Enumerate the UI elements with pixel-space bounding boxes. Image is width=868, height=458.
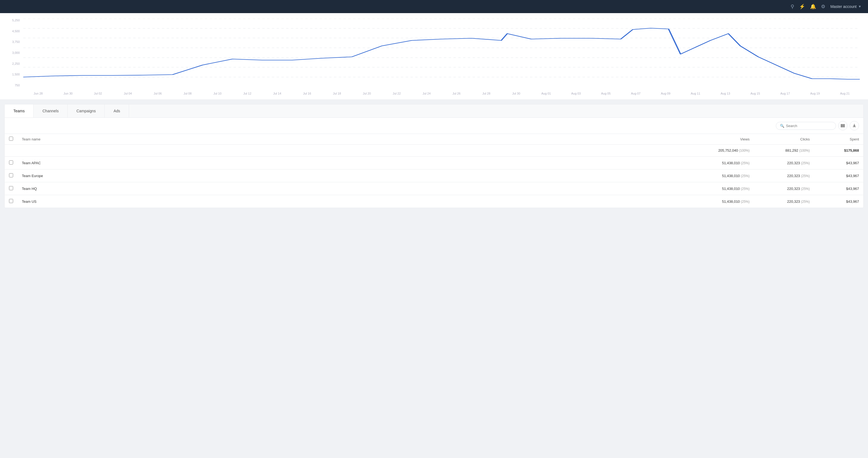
toolbar: 🔍 [5, 118, 863, 134]
y-label-5: 4,500 [8, 30, 22, 33]
x-label-19: Aug 05 [591, 92, 621, 95]
header-team-name: Team name [18, 134, 694, 144]
totals-views: 205,752,040 (100%) [694, 144, 754, 157]
totals-row: 205,752,040 (100%) 881,292 (100%) $175,8… [5, 144, 863, 157]
x-label-1: Jun 30 [53, 92, 83, 95]
x-label-21: Aug 09 [651, 92, 680, 95]
views-cell: 51,438,010 (25%) [694, 157, 754, 169]
table-header-row: Team name Views Clicks Spent [5, 134, 863, 144]
row-checkbox[interactable] [9, 173, 13, 177]
spent-cell: $43,967 [814, 195, 863, 208]
tab-channels[interactable]: Channels [34, 104, 67, 118]
table-row: Team APAC 51,438,010 (25%) 220,323 (25%)… [5, 157, 863, 169]
chart-plot [23, 19, 860, 87]
chevron-down-icon: ▼ [858, 5, 862, 8]
row-checkbox-cell [5, 195, 18, 208]
y-label-2: 2,250 [8, 62, 22, 65]
x-label-22: Aug 11 [681, 92, 711, 95]
x-label-23: Aug 13 [711, 92, 740, 95]
tab-ads[interactable]: Ads [105, 104, 129, 118]
x-label-6: Jul 10 [203, 92, 232, 95]
select-all-checkbox[interactable] [9, 137, 13, 141]
totals-spent: $175,868 [814, 144, 863, 157]
data-table: Team name Views Clicks Spent 205,752,04 [5, 134, 863, 208]
x-label-3: Jul 04 [113, 92, 143, 95]
search-box[interactable]: 🔍 [776, 122, 836, 130]
x-label-12: Jul 22 [382, 92, 411, 95]
gear-icon[interactable]: ⚙ [821, 4, 825, 9]
download-icon [852, 124, 857, 128]
clicks-cell: 220,323 (25%) [754, 169, 814, 182]
table-row: Team HQ 51,438,010 (25%) 220,323 (25%) $… [5, 182, 863, 195]
team-name-cell: Team APAC [18, 157, 694, 169]
download-button[interactable] [850, 121, 859, 130]
row-checkbox[interactable] [9, 199, 13, 203]
account-menu[interactable]: Master account ▼ [830, 4, 862, 9]
x-label-8: Jul 14 [262, 92, 292, 95]
row-checkbox[interactable] [9, 160, 13, 164]
y-label-1: 1,500 [8, 73, 22, 76]
svg-rect-9 [844, 124, 844, 127]
clicks-cell: 220,323 (25%) [754, 182, 814, 195]
views-cell: 51,438,010 (25%) [694, 182, 754, 195]
top-navigation: ⚲ ⚡ 🔔 ⚙ Master account ▼ [0, 0, 868, 13]
table-row: Team US 51,438,010 (25%) 220,323 (25%) $… [5, 195, 863, 208]
svg-rect-8 [842, 124, 843, 127]
x-label-25: Aug 17 [770, 92, 800, 95]
search-icon: 🔍 [780, 124, 784, 128]
tab-campaigns[interactable]: Campaigns [67, 104, 105, 118]
tab-teams[interactable]: Teams [5, 104, 34, 118]
svg-rect-7 [841, 124, 842, 127]
bell-icon[interactable]: 🔔 [810, 4, 816, 9]
chart-svg [23, 19, 860, 87]
header-views: Views [694, 134, 754, 144]
team-name-cell: Team HQ [18, 182, 694, 195]
tab-bar: Teams Channels Campaigns Ads [5, 104, 863, 118]
header-checkbox-cell [5, 134, 18, 144]
x-label-14: Jul 26 [442, 92, 471, 95]
x-label-15: Jul 28 [471, 92, 501, 95]
spent-cell: $43,967 [814, 169, 863, 182]
views-cell: 51,438,010 (25%) [694, 195, 754, 208]
x-label-20: Aug 07 [621, 92, 651, 95]
x-label-13: Jul 24 [411, 92, 441, 95]
x-label-17: Aug 01 [531, 92, 561, 95]
table-card: Teams Channels Campaigns Ads 🔍 [4, 104, 864, 208]
clicks-cell: 220,323 (25%) [754, 195, 814, 208]
table-row: Team Europe 51,438,010 (25%) 220,323 (25… [5, 169, 863, 182]
x-label-11: Jul 20 [352, 92, 382, 95]
chart-card: 750 1,500 2,250 3,000 3,750 4,500 5,250 [0, 13, 868, 100]
team-name-cell: Team US [18, 195, 694, 208]
bolt-icon[interactable]: ⚡ [799, 4, 805, 9]
chart-y-labels: 750 1,500 2,250 3,000 3,750 4,500 5,250 [8, 19, 22, 87]
x-label-2: Jul 02 [83, 92, 113, 95]
row-checkbox[interactable] [9, 186, 13, 190]
row-checkbox-cell [5, 182, 18, 195]
header-spent: Spent [814, 134, 863, 144]
x-label-16: Jul 30 [501, 92, 531, 95]
x-label-5: Jul 08 [173, 92, 203, 95]
y-label-0: 750 [8, 84, 22, 87]
x-label-24: Aug 15 [740, 92, 770, 95]
team-name-cell: Team Europe [18, 169, 694, 182]
x-label-0: Jun 28 [23, 92, 53, 95]
nav-icons: ⚲ ⚡ 🔔 ⚙ Master account ▼ [790, 4, 862, 9]
search-input[interactable] [786, 124, 832, 128]
search-icon[interactable]: ⚲ [790, 4, 794, 9]
row-checkbox-cell [5, 169, 18, 182]
chart-area: 750 1,500 2,250 3,000 3,750 4,500 5,250 [8, 19, 860, 95]
x-label-4: Jul 06 [143, 92, 173, 95]
columns-button[interactable] [838, 121, 847, 130]
spent-cell: $43,967 [814, 182, 863, 195]
x-label-9: Jul 16 [292, 92, 322, 95]
x-label-26: Aug 19 [800, 92, 830, 95]
row-checkbox-cell [5, 157, 18, 169]
y-label-6: 5,250 [8, 19, 22, 22]
account-label: Master account [830, 4, 857, 9]
y-label-3: 3,000 [8, 51, 22, 54]
x-label-18: Aug 03 [561, 92, 591, 95]
x-label-7: Jul 12 [232, 92, 262, 95]
columns-icon [841, 124, 845, 128]
clicks-cell: 220,323 (25%) [754, 157, 814, 169]
totals-clicks: 881,292 (100%) [754, 144, 814, 157]
